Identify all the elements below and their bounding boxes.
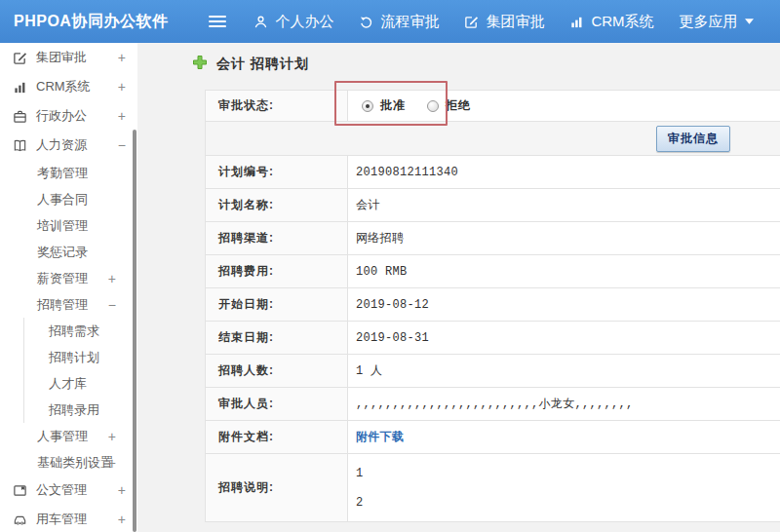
form-row-approval-status: 审批状态: 批准 拒绝 [206,91,780,122]
form-row-start-date: 开始日期:2019-08-12 [206,288,780,322]
sidebar-item-admin-office[interactable]: 行政办公+ [0,101,137,131]
expander-toggle-icon[interactable]: − [108,298,116,312]
form-row-plan-number: 计划编号:20190812111340 [206,156,780,189]
form-row-approval-personnel: 审批人员:,,,,,,,,,,,,,,,,,,,,,,,,,小龙女,,,,,,,… [206,388,780,421]
approval-options: 批准 拒绝 [348,91,780,122]
form-row-plan-name: 计划名称:会计 [206,189,780,222]
field-label: 招聘说明: [206,454,348,522]
bar-chart-icon [13,80,27,95]
radio-reject[interactable] [427,100,439,112]
car-icon [13,513,27,527]
cycle-icon [359,15,373,29]
sidebar-item-recruitment-hiring[interactable]: 招聘录用 [0,397,137,423]
sidebar-item-talent-pool[interactable]: 人才库 [0,370,137,397]
description-line: 1 [356,466,780,481]
sidebar-item-label: 招聘录用 [49,401,99,419]
sidebar: 集团审批+CRM系统+行政办公+人力资源−考勤管理人事合同培训管理奖惩记录薪资管… [0,43,137,532]
sidebar-item-label: 招聘计划 [49,349,99,366]
sidebar-item-personnel-contract[interactable]: 人事合同 [0,186,137,212]
sidebar-item-label: 培训管理 [37,217,88,235]
app-brand: PHPOA协同办公软件 [14,12,168,32]
form-row-recruitment-cost: 招聘费用:100 RMB [206,255,780,288]
field-value: 20190812111340 [348,156,780,189]
form-row-attachment-document: 附件文档:附件下载 [206,421,780,454]
nav-item-label: 流程审批 [380,13,439,31]
top-nav: 个人办公流程审批集团审批CRM系统更多应用 [254,13,753,31]
field-value: 12 [348,454,780,522]
attachment-download-link[interactable]: 附件下载 [356,430,404,443]
document-icon [13,483,27,498]
description-line: 2 [356,495,780,511]
expander-toggle-icon[interactable]: + [118,109,126,123]
recruitment-plan-form: 审批状态: 批准 拒绝 审批信息 计划编号:20190812111340计划名称… [205,90,780,522]
approval-action-cell: 审批信息 [206,122,780,156]
field-value: ,,,,,,,,,,,,,,,,,,,,,,,,,小龙女,,,,,,,, [348,388,780,421]
field-value: 2019-08-31 [348,322,780,355]
sidebar-item-vehicle-mgmt[interactable]: 用车管理+ [0,505,137,532]
sidebar-item-recruitment-needs[interactable]: 招聘需求 [0,318,137,344]
field-value: 100 RMB [348,255,780,288]
sidebar-item-recruitment-mgmt[interactable]: 招聘管理− [0,291,137,318]
field-value: 附件下载 [348,421,780,454]
radio-approve[interactable] [362,100,373,112]
approval-info-button[interactable]: 审批信息 [656,126,730,152]
nav-item-crm-system[interactable]: CRM系统 [569,13,653,31]
sidebar-item-label: 招聘管理 [37,296,88,314]
field-value: 2019-08-12 [348,288,780,322]
form-row-approval-action: 审批信息 [206,122,780,156]
sidebar-item-label: 奖惩记录 [37,244,88,261]
sidebar-item-label: 招聘需求 [49,323,99,340]
field-label: 招聘费用: [206,255,348,288]
expander-toggle-icon[interactable]: − [118,138,126,152]
sidebar-item-salary-mgmt[interactable]: 薪资管理+ [0,265,137,291]
sidebar-item-document-mgmt[interactable]: 公文管理+ [0,475,137,505]
field-label: 计划名称: [206,189,348,222]
approval-radio-group: 批准 拒绝 [362,97,780,114]
plus-icon [192,55,208,74]
sidebar-item-label: CRM系统 [36,78,91,95]
expander-toggle-icon[interactable]: + [108,272,116,285]
sidebar-item-label: 公文管理 [36,481,87,499]
sidebar-item-label: 人事合同 [37,191,88,209]
nav-item-label: 个人办公 [275,13,333,31]
page-title-text: 会计 招聘计划 [216,56,309,73]
field-label: 审批状态: [206,91,348,122]
nav-item-label: 更多应用 [680,13,738,31]
nav-item-group-approval[interactable]: 集团审批 [464,13,544,31]
caret-down-icon [745,19,754,24]
field-label: 计划编号: [206,156,348,189]
sidebar-item-human-resources[interactable]: 人力资源− [0,131,137,160]
expander-toggle-icon[interactable]: + [118,51,126,64]
sidebar-scrollbar-thumb[interactable] [133,130,136,532]
sidebar-item-attendance-mgmt[interactable]: 考勤管理 [0,160,137,186]
field-label: 结束日期: [206,322,348,355]
hamburger-menu-icon[interactable] [209,13,226,30]
nav-item-label: CRM系统 [591,13,653,31]
field-label: 招聘人数: [206,355,348,388]
bar-chart-icon [569,15,584,29]
field-label: 开始日期: [206,288,348,322]
expander-toggle-icon[interactable]: + [118,483,126,497]
expander-toggle-icon[interactable]: + [108,456,116,470]
nav-item-personal-office[interactable]: 个人办公 [254,13,333,31]
sidebar-item-label: 人才库 [49,375,87,393]
expander-toggle-icon[interactable]: + [118,80,126,94]
expander-toggle-icon[interactable]: + [108,430,116,443]
edit-square-icon [13,51,27,65]
radio-reject-label: 拒绝 [446,97,471,114]
sidebar-item-label: 基础类别设置 [37,454,113,472]
field-label: 审批人员: [206,388,348,421]
sidebar-item-label: 薪资管理 [37,270,88,287]
nav-item-more-apps[interactable]: 更多应用 [680,13,754,31]
sidebar-item-crm-system[interactable]: CRM系统+ [0,72,137,101]
main-content: 会计 招聘计划 审批状态: 批准 拒绝 审批信息 [137,43,780,532]
sidebar-item-recruitment-plan[interactable]: 招聘计划 [0,344,137,370]
expander-toggle-icon[interactable]: + [118,513,126,526]
sidebar-item-group-approval[interactable]: 集团审批+ [0,43,137,72]
sidebar-item-reward-punishment[interactable]: 奖惩记录 [0,239,137,265]
nav-item-workflow-approval[interactable]: 流程审批 [359,13,439,31]
sidebar-item-personnel-mgmt[interactable]: 人事管理+ [0,423,137,449]
sidebar-item-basic-category-settings[interactable]: 基础类别设置+ [0,449,137,475]
sidebar-item-training-mgmt[interactable]: 培训管理 [0,212,137,239]
top-header: PHPOA协同办公软件 个人办公流程审批集团审批CRM系统更多应用 [0,0,780,43]
